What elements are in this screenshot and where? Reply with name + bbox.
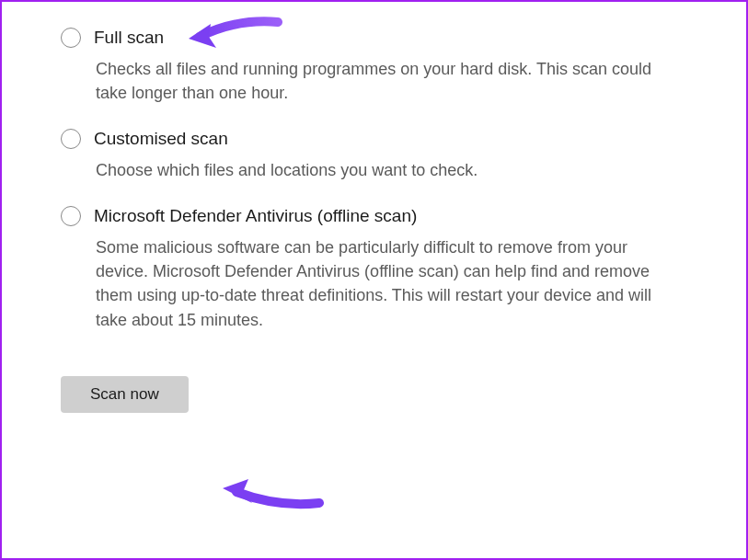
scan-now-button[interactable]: Scan now <box>61 376 189 413</box>
annotation-arrow-icon <box>213 466 324 517</box>
option-desc-custom: Choose which files and locations you wan… <box>96 158 666 182</box>
option-desc-offline: Some malicious software can be particula… <box>96 235 666 331</box>
option-title-custom: Customised scan <box>94 129 228 149</box>
radio-row: Customised scan <box>61 129 687 149</box>
radio-full-scan[interactable] <box>61 28 81 48</box>
option-desc-full: Checks all files and running programmes … <box>96 57 666 105</box>
radio-customised-scan[interactable] <box>61 129 81 149</box>
radio-row: Microsoft Defender Antivirus (offline sc… <box>61 206 687 226</box>
scan-option-custom: Customised scan Choose which files and l… <box>61 129 687 182</box>
radio-offline-scan[interactable] <box>61 206 81 226</box>
option-title-offline: Microsoft Defender Antivirus (offline sc… <box>94 206 417 226</box>
option-title-full: Full scan <box>94 28 164 48</box>
scan-option-offline: Microsoft Defender Antivirus (offline sc… <box>61 206 687 331</box>
radio-row: Full scan <box>61 28 687 48</box>
scan-option-full: Full scan Checks all files and running p… <box>61 28 687 105</box>
